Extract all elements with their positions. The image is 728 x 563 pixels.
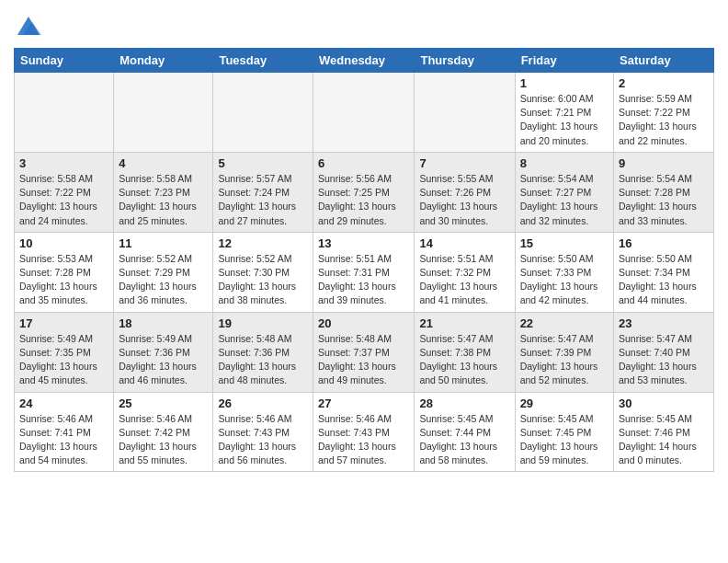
day-cell: 13Sunrise: 5:51 AM Sunset: 7:31 PM Dayli… <box>313 232 415 312</box>
day-info: Sunrise: 5:49 AM Sunset: 7:36 PM Dayligh… <box>119 332 208 388</box>
day-cell: 22Sunrise: 5:47 AM Sunset: 7:39 PM Dayli… <box>515 312 613 392</box>
day-cell: 12Sunrise: 5:52 AM Sunset: 7:30 PM Dayli… <box>213 232 313 312</box>
day-cell: 2Sunrise: 5:59 AM Sunset: 7:22 PM Daylig… <box>614 73 714 153</box>
day-info: Sunrise: 6:00 AM Sunset: 7:21 PM Dayligh… <box>520 92 609 148</box>
day-info: Sunrise: 5:52 AM Sunset: 7:30 PM Dayligh… <box>218 252 308 308</box>
day-info: Sunrise: 5:47 AM Sunset: 7:39 PM Dayligh… <box>520 332 609 388</box>
col-header-wednesday: Wednesday <box>313 49 415 73</box>
day-cell: 6Sunrise: 5:56 AM Sunset: 7:25 PM Daylig… <box>313 152 415 232</box>
day-cell <box>15 73 114 153</box>
day-info: Sunrise: 5:45 AM Sunset: 7:45 PM Dayligh… <box>520 412 609 468</box>
day-cell: 5Sunrise: 5:57 AM Sunset: 7:24 PM Daylig… <box>213 152 313 232</box>
day-info: Sunrise: 5:53 AM Sunset: 7:28 PM Dayligh… <box>19 252 108 308</box>
day-info: Sunrise: 5:48 AM Sunset: 7:36 PM Dayligh… <box>218 332 308 388</box>
day-number: 23 <box>619 316 709 330</box>
day-number: 6 <box>318 156 409 170</box>
week-row-4: 17Sunrise: 5:49 AM Sunset: 7:35 PM Dayli… <box>15 312 714 392</box>
day-number: 18 <box>119 316 208 330</box>
day-cell: 25Sunrise: 5:46 AM Sunset: 7:42 PM Dayli… <box>114 392 213 472</box>
day-info: Sunrise: 5:45 AM Sunset: 7:44 PM Dayligh… <box>419 412 509 468</box>
day-cell: 28Sunrise: 5:45 AM Sunset: 7:44 PM Dayli… <box>415 392 515 472</box>
col-header-tuesday: Tuesday <box>213 49 313 73</box>
day-cell: 24Sunrise: 5:46 AM Sunset: 7:41 PM Dayli… <box>15 392 114 472</box>
week-row-3: 10Sunrise: 5:53 AM Sunset: 7:28 PM Dayli… <box>15 232 714 312</box>
day-cell: 15Sunrise: 5:50 AM Sunset: 7:33 PM Dayli… <box>515 232 613 312</box>
day-cell: 19Sunrise: 5:48 AM Sunset: 7:36 PM Dayli… <box>213 312 313 392</box>
day-cell <box>114 73 213 153</box>
calendar-table: SundayMondayTuesdayWednesdayThursdayFrid… <box>14 48 714 472</box>
day-info: Sunrise: 5:49 AM Sunset: 7:35 PM Dayligh… <box>19 332 108 388</box>
day-number: 1 <box>520 76 609 90</box>
day-cell: 21Sunrise: 5:47 AM Sunset: 7:38 PM Dayli… <box>415 312 515 392</box>
day-info: Sunrise: 5:50 AM Sunset: 7:33 PM Dayligh… <box>520 252 609 308</box>
day-number: 19 <box>218 316 308 330</box>
day-cell <box>313 73 415 153</box>
day-info: Sunrise: 5:48 AM Sunset: 7:37 PM Dayligh… <box>318 332 409 388</box>
day-info: Sunrise: 5:57 AM Sunset: 7:24 PM Dayligh… <box>218 172 308 228</box>
col-header-friday: Friday <box>515 49 613 73</box>
calendar-header: SundayMondayTuesdayWednesdayThursdayFrid… <box>15 49 714 73</box>
week-row-5: 24Sunrise: 5:46 AM Sunset: 7:41 PM Dayli… <box>15 392 714 472</box>
day-info: Sunrise: 5:59 AM Sunset: 7:22 PM Dayligh… <box>619 92 709 148</box>
day-info: Sunrise: 5:46 AM Sunset: 7:42 PM Dayligh… <box>119 412 208 468</box>
day-cell <box>213 73 313 153</box>
day-cell: 9Sunrise: 5:54 AM Sunset: 7:28 PM Daylig… <box>614 152 714 232</box>
day-cell: 23Sunrise: 5:47 AM Sunset: 7:40 PM Dayli… <box>614 312 714 392</box>
col-header-monday: Monday <box>114 49 213 73</box>
header <box>14 9 714 42</box>
day-cell: 3Sunrise: 5:58 AM Sunset: 7:22 PM Daylig… <box>15 152 114 232</box>
day-number: 13 <box>318 236 409 250</box>
day-cell: 29Sunrise: 5:45 AM Sunset: 7:45 PM Dayli… <box>515 392 613 472</box>
day-info: Sunrise: 5:51 AM Sunset: 7:31 PM Dayligh… <box>318 252 409 308</box>
day-cell: 10Sunrise: 5:53 AM Sunset: 7:28 PM Dayli… <box>15 232 114 312</box>
week-row-1: 1Sunrise: 6:00 AM Sunset: 7:21 PM Daylig… <box>15 73 714 153</box>
col-header-thursday: Thursday <box>415 49 515 73</box>
day-number: 25 <box>119 396 208 410</box>
day-number: 10 <box>19 236 108 250</box>
day-info: Sunrise: 5:45 AM Sunset: 7:46 PM Dayligh… <box>619 412 709 468</box>
day-info: Sunrise: 5:56 AM Sunset: 7:25 PM Dayligh… <box>318 172 409 228</box>
day-info: Sunrise: 5:54 AM Sunset: 7:28 PM Dayligh… <box>619 172 709 228</box>
day-number: 30 <box>619 396 709 410</box>
day-info: Sunrise: 5:58 AM Sunset: 7:22 PM Dayligh… <box>19 172 108 228</box>
col-header-sunday: Sunday <box>15 49 114 73</box>
day-number: 14 <box>419 236 509 250</box>
day-number: 24 <box>19 396 108 410</box>
day-cell: 8Sunrise: 5:54 AM Sunset: 7:27 PM Daylig… <box>515 152 613 232</box>
day-info: Sunrise: 5:51 AM Sunset: 7:32 PM Dayligh… <box>419 252 509 308</box>
day-number: 8 <box>520 156 609 170</box>
day-cell: 26Sunrise: 5:46 AM Sunset: 7:43 PM Dayli… <box>213 392 313 472</box>
day-number: 28 <box>419 396 509 410</box>
day-cell: 14Sunrise: 5:51 AM Sunset: 7:32 PM Dayli… <box>415 232 515 312</box>
day-cell: 4Sunrise: 5:58 AM Sunset: 7:23 PM Daylig… <box>114 152 213 232</box>
day-number: 20 <box>318 316 409 330</box>
logo-icon <box>16 13 41 39</box>
day-number: 12 <box>218 236 308 250</box>
day-number: 17 <box>19 316 108 330</box>
day-info: Sunrise: 5:47 AM Sunset: 7:40 PM Dayligh… <box>619 332 709 388</box>
day-cell <box>415 73 515 153</box>
day-number: 2 <box>619 76 709 90</box>
day-cell: 27Sunrise: 5:46 AM Sunset: 7:43 PM Dayli… <box>313 392 415 472</box>
day-info: Sunrise: 5:46 AM Sunset: 7:43 PM Dayligh… <box>218 412 308 468</box>
day-info: Sunrise: 5:47 AM Sunset: 7:38 PM Dayligh… <box>419 332 509 388</box>
day-cell: 16Sunrise: 5:50 AM Sunset: 7:34 PM Dayli… <box>614 232 714 312</box>
day-info: Sunrise: 5:58 AM Sunset: 7:23 PM Dayligh… <box>119 172 208 228</box>
day-cell: 7Sunrise: 5:55 AM Sunset: 7:26 PM Daylig… <box>415 152 515 232</box>
day-cell: 20Sunrise: 5:48 AM Sunset: 7:37 PM Dayli… <box>313 312 415 392</box>
col-header-saturday: Saturday <box>614 49 714 73</box>
week-row-2: 3Sunrise: 5:58 AM Sunset: 7:22 PM Daylig… <box>15 152 714 232</box>
day-number: 4 <box>119 156 208 170</box>
day-number: 16 <box>619 236 709 250</box>
day-info: Sunrise: 5:54 AM Sunset: 7:27 PM Dayligh… <box>520 172 609 228</box>
day-cell: 1Sunrise: 6:00 AM Sunset: 7:21 PM Daylig… <box>515 73 613 153</box>
day-number: 15 <box>520 236 609 250</box>
day-number: 11 <box>119 236 208 250</box>
day-info: Sunrise: 5:46 AM Sunset: 7:43 PM Dayligh… <box>318 412 409 468</box>
day-info: Sunrise: 5:50 AM Sunset: 7:34 PM Dayligh… <box>619 252 709 308</box>
day-number: 29 <box>520 396 609 410</box>
day-cell: 18Sunrise: 5:49 AM Sunset: 7:36 PM Dayli… <box>114 312 213 392</box>
logo <box>14 13 41 42</box>
day-info: Sunrise: 5:55 AM Sunset: 7:26 PM Dayligh… <box>419 172 509 228</box>
day-number: 22 <box>520 316 609 330</box>
